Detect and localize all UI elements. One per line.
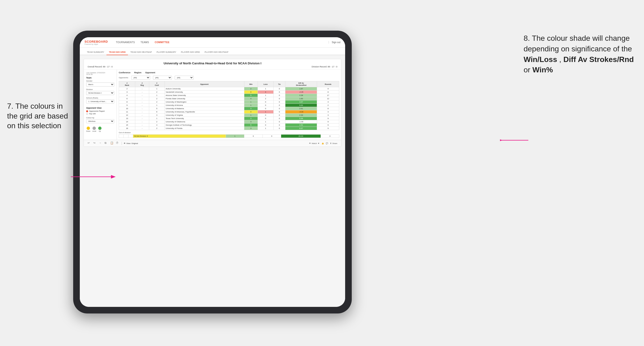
- school-select[interactable]: 1. University of Nort...: [86, 99, 114, 103]
- tab-player-h2h-heatmap[interactable]: PLAYER H2H HEATMAP: [202, 49, 231, 55]
- cell-tie: 0: [274, 127, 286, 130]
- cell-tie: 0: [274, 97, 286, 100]
- bottom-toolbar: ↩ ↪ → ⧉ 📋 ⏱ 👁 View: Original 👁 Watch: [84, 140, 341, 147]
- cell-diff: 5.56: [285, 117, 317, 120]
- cell-conf: 1: [149, 117, 164, 120]
- table-row: 3 - 2 Vanderbilt University 0 4 0 -2.29 …: [119, 91, 339, 94]
- cell-reg: -: [135, 97, 149, 100]
- cell-tie: 0: [274, 107, 286, 110]
- thumbs-btn[interactable]: 👍: [322, 142, 324, 145]
- undo-icon[interactable]: ↩: [88, 141, 91, 145]
- copy-icon[interactable]: ⧉: [104, 141, 108, 145]
- cell-tie: 0: [274, 87, 286, 91]
- paste-icon[interactable]: 📋: [110, 141, 114, 145]
- cell-win: 0: [244, 110, 258, 114]
- watch-btn[interactable]: 👁 Watch ▼: [309, 142, 320, 145]
- opponent-view-label: Opponent View: [86, 107, 114, 109]
- th-win: Win: [244, 81, 258, 87]
- legend-level: Level: [92, 127, 96, 132]
- sign-out-link[interactable]: Sign out: [328, 41, 340, 44]
- forward-icon[interactable]: →: [99, 141, 103, 145]
- tab-team-h2h-heatmap[interactable]: TEAM H2H HEATMAP: [128, 49, 154, 55]
- cell-loss: 4: [258, 91, 273, 94]
- nav-committee[interactable]: COMMITTEE: [155, 41, 170, 44]
- cell-diff: 1.67: [285, 87, 317, 91]
- colour-by-select[interactable]: Win/loss: [86, 119, 114, 123]
- logo-text: SCOREBOARD: [84, 40, 108, 43]
- cell-tie: 0: [274, 124, 286, 127]
- cell-loss: 1: [258, 127, 273, 130]
- cell-rank: 10: [119, 107, 135, 110]
- conference-filter-select[interactable]: (All): [131, 76, 150, 80]
- cell-conf: 1: [149, 104, 164, 107]
- cell-win: 0: [244, 91, 258, 94]
- main-card: University of North Carolina Head-to-Hea…: [84, 59, 341, 147]
- od-win: 1: [226, 135, 244, 138]
- th-loss: Loss: [258, 81, 273, 87]
- cell-rank: 14: [119, 120, 135, 124]
- cell-rounds: 2: [317, 104, 339, 107]
- tab-team-summary[interactable]: TEAM SUMMARY: [84, 49, 106, 55]
- cell-tie: 0: [274, 114, 286, 117]
- nav-tournaments[interactable]: TOURNAMENTS: [116, 41, 135, 44]
- annotation-right: 8. The colour shade will change dependin…: [524, 33, 637, 75]
- cell-rank: 15: [119, 124, 135, 127]
- cell-diff: 3.67: [285, 100, 317, 104]
- ipad-frame: SCOREBOARD Powered by clippd TOURNAMENTS…: [73, 31, 352, 314]
- cell-loss: 0: [258, 107, 273, 110]
- th-tie: Tie: [274, 81, 286, 87]
- redo-icon[interactable]: ↪: [93, 141, 97, 145]
- radio-opponents-played[interactable]: Opponents Played: [86, 110, 114, 112]
- th-rank: #Rank: [119, 81, 135, 87]
- cell-rounds: 9: [317, 127, 339, 130]
- tab-player-h2h-grid[interactable]: PLAYER H2H GRID: [178, 49, 202, 55]
- cell-rank: 9: [119, 104, 135, 107]
- cell-loss: 0: [258, 100, 273, 104]
- table-row: 14 - 2 University of Oklahoma 3 1 0 -1.0…: [119, 120, 339, 124]
- cell-loss: 0: [258, 114, 273, 117]
- nav-teams[interactable]: TEAMS: [140, 41, 149, 44]
- cell-rank: 6: [119, 97, 135, 100]
- logo-area: SCOREBOARD Powered by clippd: [84, 40, 108, 45]
- cell-reg: -: [135, 114, 149, 117]
- opponents-label: Opponents:: [119, 77, 128, 79]
- od-loss: 0: [244, 135, 262, 138]
- cell-rounds: 3: [317, 114, 339, 117]
- table-row: 9 - 1 University of Arizona 1 0 0 9.00 2: [119, 104, 339, 107]
- pink-arrow-right: [500, 136, 528, 145]
- view-original-btn[interactable]: 👁 View: Original: [124, 142, 138, 145]
- clock-icon[interactable]: ⏱: [116, 141, 120, 145]
- cell-rounds: 3: [317, 110, 339, 114]
- cell-rounds: 9: [317, 124, 339, 127]
- tab-player-summary[interactable]: PLAYER SUMMARY: [154, 49, 178, 55]
- cell-rounds: 9: [317, 120, 339, 124]
- region-filter-select[interactable]: (All): [153, 76, 172, 80]
- annotation-left-text: The colours in the grid are based on thi…: [7, 102, 68, 130]
- ipad-screen: SCOREBOARD Powered by clippd TOURNAMENTS…: [80, 37, 345, 307]
- cell-conf: 1: [149, 87, 164, 91]
- filter-region: Region: [134, 71, 142, 74]
- cell-rank: 3: [119, 91, 135, 94]
- cell-reg: -: [135, 104, 149, 107]
- cell-opponent: Auburn University: [164, 87, 244, 91]
- radio-top100[interactable]: Top 100: [86, 113, 114, 115]
- cell-opponent: Vanderbilt University: [164, 91, 244, 94]
- table-row: 11 - 6 University of Arkansas, Fayettevi…: [119, 110, 339, 114]
- conference-header: Conference: [119, 71, 130, 74]
- cell-opponent: University of Arizona: [164, 104, 244, 107]
- filter-row: Conference Region Opponent: [119, 71, 339, 74]
- tab-team-h2h-grid[interactable]: TEAM H2H GRID: [106, 49, 128, 55]
- division-label: Division: [86, 88, 114, 91]
- cell-win: 2: [244, 87, 258, 91]
- division-select[interactable]: NCAA Division I: [86, 91, 114, 95]
- opponent-filter-select[interactable]: (All): [175, 76, 194, 80]
- cell-reg: -: [135, 87, 149, 91]
- comment-btn[interactable]: 💬: [326, 142, 328, 145]
- cell-opponent: University of Arkansas, Fayetteville: [164, 110, 244, 114]
- cell-tie: 0: [274, 110, 286, 114]
- cell-tie: 0: [274, 100, 286, 104]
- share-btn[interactable]: ⬆ Share: [330, 142, 337, 145]
- gender-select[interactable]: Men's: [86, 82, 114, 86]
- legend-dot-up: [98, 127, 102, 130]
- cell-diff: 2.61: [285, 107, 317, 110]
